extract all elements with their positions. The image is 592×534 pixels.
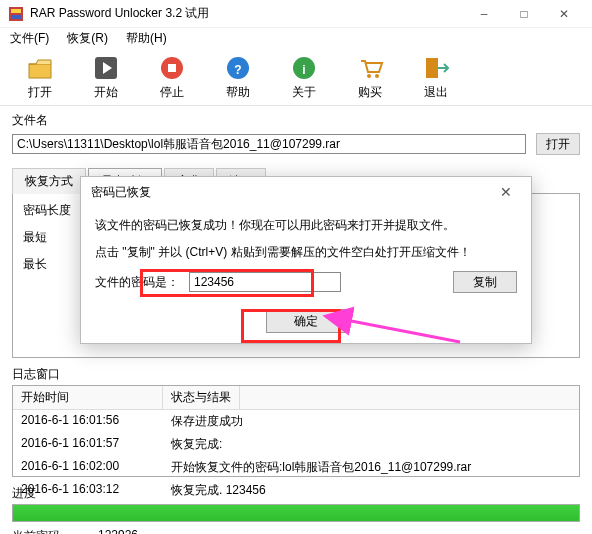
folder-icon xyxy=(26,54,54,82)
progress-bar xyxy=(12,504,580,522)
maximize-button[interactable]: □ xyxy=(504,0,544,28)
password-label: 文件的密码是： xyxy=(95,274,179,291)
about-button[interactable]: i 关于 xyxy=(282,54,326,101)
toolbar: 打开 开始 停止 ? 帮助 i 关于 购买 退出 xyxy=(0,48,592,106)
ok-button[interactable]: 确定 xyxy=(266,309,346,333)
svg-rect-13 xyxy=(426,58,438,78)
log-row: 2016-6-1 16:01:56保存进度成功 xyxy=(13,410,579,433)
current-pw-value: 122926 xyxy=(98,528,228,534)
tab-recover-mode[interactable]: 恢复方式 xyxy=(12,168,86,194)
cart-icon xyxy=(356,54,384,82)
password-recovered-dialog: 密码已恢复 ✕ 该文件的密码已恢复成功！你现在可以用此密码来打开并提取文件。 点… xyxy=(80,176,532,344)
app-icon xyxy=(8,6,24,22)
svg-text:?: ? xyxy=(234,63,241,77)
password-output[interactable] xyxy=(189,272,341,292)
play-icon xyxy=(92,54,120,82)
help-button[interactable]: ? 帮助 xyxy=(216,54,260,101)
copy-button[interactable]: 复制 xyxy=(453,271,517,293)
exit-icon xyxy=(422,54,450,82)
svg-point-11 xyxy=(367,74,371,78)
modal-instruction-text: 点击 "复制" 并以 (Ctrl+V) 粘贴到需要解压的文件空白处打开压缩文件！ xyxy=(95,244,517,261)
buy-button[interactable]: 购买 xyxy=(348,54,392,101)
close-button[interactable]: ✕ xyxy=(544,0,584,28)
menu-help[interactable]: 帮助(H) xyxy=(122,30,171,46)
svg-rect-6 xyxy=(168,64,176,72)
modal-success-text: 该文件的密码已恢复成功！你现在可以用此密码来打开并提取文件。 xyxy=(95,217,517,234)
menu-recover[interactable]: 恢复(R) xyxy=(63,30,112,46)
svg-rect-1 xyxy=(11,9,21,13)
titlebar: RAR Password Unlocker 3.2 试用 – □ ✕ xyxy=(0,0,592,28)
stop-button[interactable]: 停止 xyxy=(150,54,194,101)
help-icon: ? xyxy=(224,54,252,82)
current-pw-label: 当前密码 xyxy=(12,528,98,534)
info-icon: i xyxy=(290,54,318,82)
file-section: 文件名 打开 xyxy=(0,106,592,161)
start-button[interactable]: 开始 xyxy=(84,54,128,101)
modal-close-button[interactable]: ✕ xyxy=(491,184,521,200)
progress-section: 当前密码 122926 当前速度 38 密码/每秒 xyxy=(12,504,580,534)
log-header: 日志窗口 xyxy=(12,366,580,383)
log-box: 开始时间 状态与结果 2016-6-1 16:01:56保存进度成功 2016-… xyxy=(12,385,580,477)
filename-label: 文件名 xyxy=(12,112,580,129)
minimize-button[interactable]: – xyxy=(464,0,504,28)
svg-rect-2 xyxy=(11,15,21,19)
stop-icon xyxy=(158,54,186,82)
svg-text:i: i xyxy=(302,63,305,77)
exit-button[interactable]: 退出 xyxy=(414,54,458,101)
modal-title: 密码已恢复 xyxy=(91,184,491,201)
menubar: 文件(F) 恢复(R) 帮助(H) xyxy=(0,28,592,48)
window-title: RAR Password Unlocker 3.2 试用 xyxy=(30,5,464,22)
svg-rect-3 xyxy=(29,64,51,78)
log-col-status: 状态与结果 xyxy=(163,386,240,409)
open-button[interactable]: 打开 xyxy=(18,54,62,101)
log-row: 2016-6-1 16:01:57恢复完成: xyxy=(13,433,579,456)
file-path-input[interactable] xyxy=(12,134,526,154)
menu-file[interactable]: 文件(F) xyxy=(6,30,53,46)
log-col-time: 开始时间 xyxy=(13,386,163,409)
log-row: 2016-6-1 16:02:00开始恢复文件的密码:lol韩服语音包2016_… xyxy=(13,456,579,479)
file-open-button[interactable]: 打开 xyxy=(536,133,580,155)
svg-point-12 xyxy=(375,74,379,78)
